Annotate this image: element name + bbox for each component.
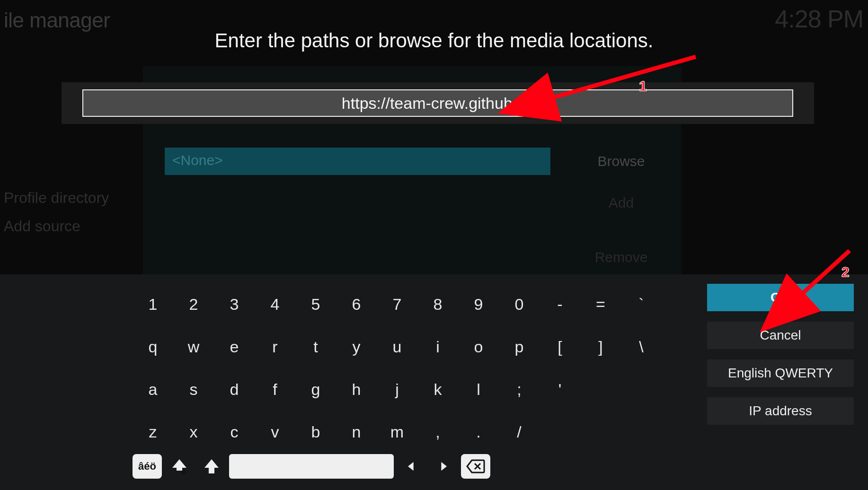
cursor-right-key[interactable] <box>429 454 458 479</box>
key-e[interactable]: e <box>214 328 255 365</box>
key-k[interactable]: k <box>417 371 458 408</box>
key-open-bracket[interactable]: [ <box>540 328 580 365</box>
url-input[interactable]: https://team-crew.github.io/ <box>82 89 793 117</box>
key-i[interactable]: i <box>417 328 458 365</box>
key-1[interactable]: 1 <box>133 286 173 323</box>
key-t[interactable]: t <box>295 328 336 365</box>
keyboard-fn-row: âéö <box>133 454 490 479</box>
key-slash[interactable]: / <box>499 413 540 450</box>
browse-button-dimmed: Browse <box>561 148 682 175</box>
backspace-icon <box>466 459 485 473</box>
onscreen-keyboard: 1 2 3 4 5 6 7 8 9 0 - = ` q w e r t y u … <box>0 274 868 490</box>
annotation-label-1: 1 <box>639 78 647 94</box>
key-b[interactable]: b <box>295 413 336 450</box>
key-v[interactable]: v <box>255 413 295 450</box>
keyboard-row-3: a s d f g h j k l ; ' <box>133 369 663 411</box>
space-key[interactable] <box>229 454 394 479</box>
key-l[interactable]: l <box>458 371 499 408</box>
key-j[interactable]: j <box>377 371 417 408</box>
key-7[interactable]: 7 <box>377 286 417 323</box>
key-period[interactable]: . <box>458 413 499 450</box>
key-3[interactable]: 3 <box>214 286 255 323</box>
key-semicolon[interactable]: ; <box>499 371 540 408</box>
key-u[interactable]: u <box>377 328 417 365</box>
key-minus[interactable]: - <box>540 286 580 323</box>
ok-button[interactable]: OK <box>707 284 854 311</box>
keyboard-grid: 1 2 3 4 5 6 7 8 9 0 - = ` q w e r t y u … <box>133 284 663 454</box>
key-8[interactable]: 8 <box>417 286 458 323</box>
source-path-none-field: <None> <box>165 148 550 175</box>
key-r[interactable]: r <box>255 328 295 365</box>
accent-key[interactable]: âéö <box>133 454 162 479</box>
key-s[interactable]: s <box>173 371 214 408</box>
dialog-prompt: Enter the paths or browse for the media … <box>0 29 868 52</box>
key-2[interactable]: 2 <box>173 286 214 323</box>
ip-address-button[interactable]: IP address <box>707 397 854 425</box>
key-backtick[interactable]: ` <box>621 286 662 323</box>
key-d[interactable]: d <box>214 371 255 408</box>
key-a[interactable]: a <box>133 371 173 408</box>
key-g[interactable]: g <box>295 371 336 408</box>
key-9[interactable]: 9 <box>458 286 499 323</box>
key-c[interactable]: c <box>214 413 255 450</box>
shift-icon <box>203 458 220 475</box>
clock: 4:28 PM <box>775 5 863 33</box>
sidebar-item-profile-directory: Profile directory <box>4 189 109 207</box>
key-m[interactable]: m <box>377 413 417 450</box>
key-q[interactable]: q <box>133 328 173 365</box>
key-5[interactable]: 5 <box>295 286 336 323</box>
keyboard-side-buttons: OK Cancel English QWERTY IP address <box>707 284 854 425</box>
caps-lock-icon <box>171 458 188 475</box>
keyboard-row-2: q w e r t y u i o p [ ] \ <box>133 326 663 369</box>
key-o[interactable]: o <box>458 328 499 365</box>
key-h[interactable]: h <box>336 371 377 408</box>
key-apostrophe[interactable]: ' <box>540 371 580 408</box>
key-z[interactable]: z <box>133 413 173 450</box>
svg-point-0 <box>182 470 186 474</box>
backspace-key[interactable] <box>461 454 490 479</box>
key-x[interactable]: x <box>173 413 214 450</box>
key-equals[interactable]: = <box>580 286 621 323</box>
key-0[interactable]: 0 <box>499 286 540 323</box>
cancel-button[interactable]: Cancel <box>707 322 854 349</box>
caps-lock-key[interactable] <box>165 454 194 479</box>
key-p[interactable]: p <box>499 328 540 365</box>
page-title: ile manager <box>4 9 110 32</box>
key-w[interactable]: w <box>173 328 214 365</box>
sidebar-item-add-source: Add source <box>4 218 80 235</box>
keyboard-row-4: z x c v b n m , . / <box>133 411 663 454</box>
cursor-left-key[interactable] <box>397 454 426 479</box>
add-button-dimmed: Add <box>561 189 682 217</box>
annotation-label-2: 2 <box>841 264 850 280</box>
key-close-bracket[interactable]: ] <box>580 328 621 365</box>
cursor-left-icon <box>405 460 418 473</box>
key-n[interactable]: n <box>336 413 377 450</box>
keyboard-layout-button[interactable]: English QWERTY <box>707 359 854 387</box>
keyboard-row-1: 1 2 3 4 5 6 7 8 9 0 - = ` <box>133 284 663 326</box>
key-comma[interactable]: , <box>417 413 458 450</box>
key-backslash[interactable]: \ <box>621 328 662 365</box>
cursor-right-icon <box>437 460 450 473</box>
key-f[interactable]: f <box>255 371 295 408</box>
key-6[interactable]: 6 <box>336 286 377 323</box>
remove-button-dimmed: Remove <box>561 244 682 271</box>
key-y[interactable]: y <box>336 328 377 365</box>
key-4[interactable]: 4 <box>255 286 295 323</box>
url-input-container: https://team-crew.github.io/ <box>62 82 814 124</box>
shift-key[interactable] <box>197 454 226 479</box>
